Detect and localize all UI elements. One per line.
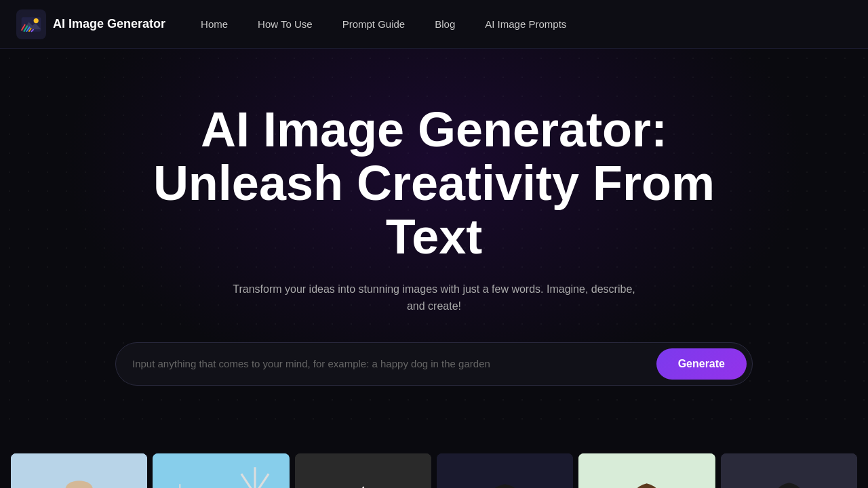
nav-link-ai-image-prompts[interactable]: AI Image Prompts — [471, 13, 580, 35]
asian-woman-suit-image — [437, 453, 573, 488]
nav-item-prompt-guide[interactable]: Prompt Guide — [329, 13, 419, 35]
svg-rect-17 — [153, 453, 289, 488]
generate-button[interactable]: Generate — [656, 348, 747, 380]
image-card-worker-turbines[interactable]: aiimagegenerator.is — [153, 453, 289, 488]
nav-item-home[interactable]: Home — [187, 13, 241, 35]
image-grid: aiimagegenerator.is — [11, 453, 857, 488]
woman-tuxedo-image — [721, 453, 857, 488]
hero-title: AI Image Generator: Unleash Creativity F… — [129, 103, 739, 264]
nav-links: Home How To Use Prompt Guide Blog AI Ima… — [187, 13, 580, 35]
hero-subtitle: Transform your ideas into stunning image… — [231, 281, 637, 315]
nav-item-ai-image-prompts[interactable]: AI Image Prompts — [471, 13, 580, 35]
prompt-input[interactable] — [132, 352, 656, 375]
svg-rect-45 — [437, 453, 573, 488]
worker-turbines-image — [153, 453, 289, 488]
image-gallery-section: aiimagegenerator.is — [0, 426, 868, 488]
image-card-woman-tuxedo[interactable]: aiimagegenerator.is — [721, 453, 857, 488]
wolf-logo-image — [295, 453, 431, 488]
nav-link-blog[interactable]: Blog — [421, 13, 469, 35]
nav-item-how-to-use[interactable]: How To Use — [244, 13, 326, 35]
image-card-beach-woman[interactable]: aiimagegenerator.is — [11, 453, 147, 488]
navbar: AI Image Generator Home How To Use Promp… — [0, 0, 868, 49]
hero-section: AI Image Generator: Unleash Creativity F… — [0, 49, 868, 426]
nav-link-how-to-use[interactable]: How To Use — [244, 13, 326, 35]
logo-svg — [19, 12, 43, 37]
brand[interactable]: AI Image Generator — [16, 9, 165, 39]
image-card-woman-snow[interactable]: aiimagegenerator.is — [578, 453, 715, 488]
svg-rect-35 — [295, 453, 431, 488]
woman-snow-image — [578, 453, 715, 488]
beach-woman-image — [11, 453, 147, 488]
nav-item-blog[interactable]: Blog — [421, 13, 469, 35]
prompt-input-bar: Generate — [115, 342, 753, 386]
svg-point-3 — [34, 18, 39, 23]
brand-logo-icon — [16, 9, 46, 39]
image-card-wolf-logo[interactable]: aiimagegenerator.is — [295, 453, 431, 488]
nav-link-home[interactable]: Home — [187, 13, 241, 35]
image-card-asian-woman-suit[interactable]: aiimagegenerator.is — [437, 453, 573, 488]
nav-link-prompt-guide[interactable]: Prompt Guide — [329, 13, 419, 35]
svg-rect-53 — [578, 453, 715, 488]
brand-name-text: AI Image Generator — [53, 17, 165, 31]
